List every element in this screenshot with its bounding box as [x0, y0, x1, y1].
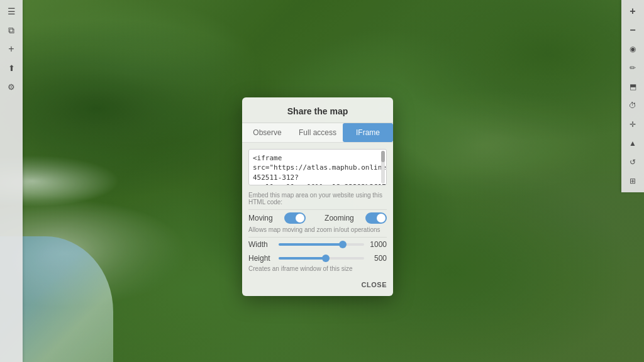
close-row: CLOSE [242, 276, 393, 296]
width-slider-fill [279, 243, 343, 246]
height-slider-thumb[interactable] [322, 255, 330, 262]
toggle-hint-text: Allows map moving and zoom in/out operat… [248, 226, 380, 233]
iframe-code-area[interactable]: <iframe src="https://atlas.maphub.online… [248, 149, 387, 185]
share-modal: Share the map Observe Full access IFrame… [242, 97, 393, 296]
zooming-toggle-thumb [377, 214, 386, 222]
height-slider-track[interactable] [279, 257, 364, 260]
zooming-toggle[interactable] [365, 212, 387, 224]
height-slider-fill [279, 257, 326, 260]
toggle-hint: Allows map moving and zoom in/out operat… [242, 226, 393, 237]
tab-iframe[interactable]: IFrame [343, 123, 393, 142]
modal-tabs: Observe Full access IFrame [242, 123, 393, 143]
close-button[interactable]: CLOSE [362, 281, 387, 288]
height-label: Height [248, 254, 275, 263]
iframe-code-text: <iframe src="https://atlas.maphub.online… [253, 153, 376, 185]
tab-observe[interactable]: Observe [242, 123, 292, 142]
modal-title: Share the map [242, 97, 393, 123]
modal-title-text: Share the map [287, 106, 348, 116]
width-slider-thumb[interactable] [339, 241, 347, 248]
width-slider-track[interactable] [279, 243, 364, 246]
moving-toggle[interactable] [284, 212, 306, 224]
code-scrollbar-thumb [381, 151, 385, 162]
embed-hint: Embed this map area on your website usin… [242, 192, 393, 209]
code-scrollbar[interactable] [381, 151, 385, 184]
height-slider-row: Height 500 [242, 251, 393, 265]
embed-hint-text: Embed this map area on your website usin… [248, 192, 382, 206]
creates-hint: Creates an iframe window of this size [242, 265, 393, 276]
moving-label: Moving [248, 214, 273, 222]
moving-toggle-thumb [296, 214, 304, 222]
height-value: 500 [368, 254, 387, 263]
zooming-label: Zooming [325, 214, 354, 222]
modal-overlay: Share the map Observe Full access IFrame… [0, 0, 644, 362]
toggle-row: Moving Zooming [242, 210, 393, 226]
tab-full-access[interactable]: Full access [292, 123, 343, 142]
creates-hint-text: Creates an iframe window of this size [248, 265, 353, 272]
width-slider-row: Width 1000 [242, 238, 393, 251]
width-value: 1000 [368, 240, 387, 249]
width-label: Width [248, 240, 275, 249]
